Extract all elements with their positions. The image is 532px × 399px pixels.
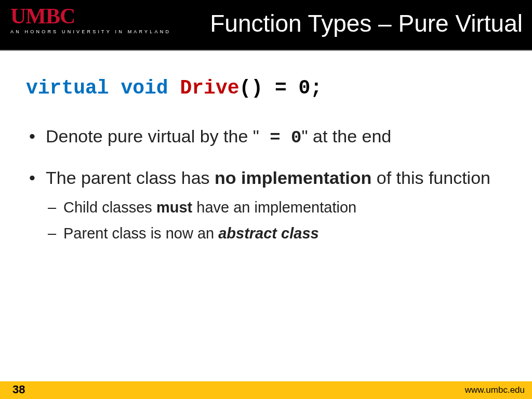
footer-bar: 38 www.umbc.edu [0,381,532,399]
bold-text: must [156,199,192,216]
slide-title: Function Types – Pure Virtual [210,9,523,37]
code-function-name: Drive [180,77,239,99]
bold-italic-text: abstract class [218,225,318,242]
text: have an implementation [192,199,356,216]
logo-text: UMBC [10,5,171,27]
text: " at the end [301,126,391,146]
slide-body: virtual void Drive() = 0; Denote pure vi… [0,51,532,243]
text: Denote pure virtual by the " [46,126,259,146]
text: Parent class is now an [63,225,218,242]
sub-bullet-item: Child classes must have an implementatio… [46,198,506,218]
footer-url: www.umbc.edu [465,385,525,395]
text: Child classes [63,199,156,216]
header-bar: UMBC AN HONORS UNIVERSITY IN MARYLAND Fu… [0,0,532,51]
sub-bullet-list: Child classes must have an implementatio… [46,198,506,243]
sub-bullet-item: Parent class is now an abstract class [46,224,506,244]
logo-tagline: AN HONORS UNIVERSITY IN MARYLAND [10,29,171,34]
logo-block: UMBC AN HONORS UNIVERSITY IN MARYLAND [10,5,171,34]
text: The parent class has [46,168,215,188]
code-declaration: virtual void Drive() = 0; [26,77,506,99]
inline-code: = 0 [259,128,302,148]
code-keywords: virtual void [26,77,168,99]
bold-text: no implementation [215,168,371,188]
bullet-item: The parent class has no implementation o… [26,167,506,244]
code-tail: () = 0; [240,77,323,99]
bullet-list: Denote pure virtual by the " = 0" at the… [26,125,506,243]
text: of this function [371,168,490,188]
slide: UMBC AN HONORS UNIVERSITY IN MARYLAND Fu… [0,0,532,399]
page-number: 38 [12,383,25,396]
bullet-item: Denote pure virtual by the " = 0" at the… [26,125,506,149]
